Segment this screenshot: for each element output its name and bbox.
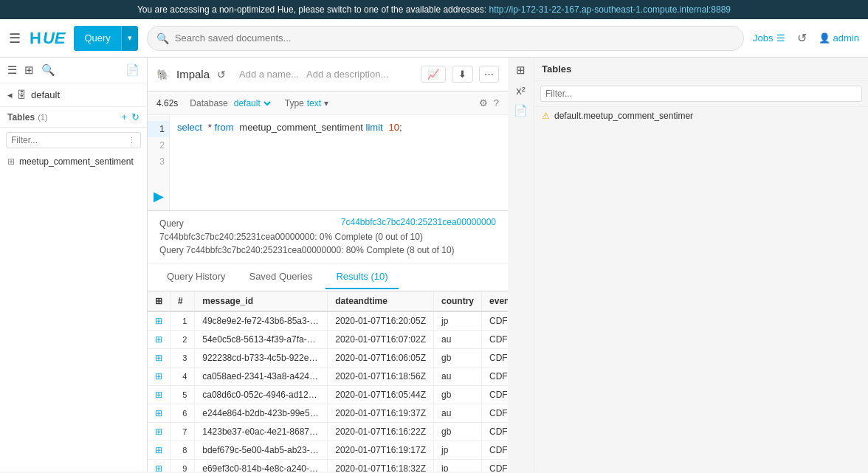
settings-icon[interactable]: ⚙ bbox=[479, 97, 488, 108]
row-message-id: ca08d6c0-052c-4946-ad12-871af87aaafb bbox=[195, 386, 328, 404]
row-grid-icon[interactable]: ⊞ bbox=[155, 390, 162, 400]
jobs-link[interactable]: Jobs ☰ bbox=[753, 32, 785, 44]
download-button[interactable]: ⬇ bbox=[452, 66, 473, 83]
row-grid-icon[interactable]: ⊞ bbox=[155, 463, 162, 472]
row-grid-icon[interactable]: ⊞ bbox=[155, 427, 162, 437]
sidebar-table-item[interactable]: ⊞ meetup_comment_sentiment bbox=[0, 153, 147, 170]
tab-query-history[interactable]: Query History bbox=[156, 265, 235, 289]
header: ☰ HUE Query ▾ 🔍 Jobs ☰ ↺ 👤 admin bbox=[0, 19, 868, 58]
row-country: jp bbox=[434, 311, 482, 331]
row-dateandtime: 2020-01-07T16:05:44Z bbox=[328, 386, 434, 404]
row-grid-icon[interactable]: ⊞ bbox=[155, 408, 162, 418]
table-row: ⊞ 3 922238cd-b733-4c5b-922e-9c376608a725… bbox=[148, 349, 508, 367]
sidebar-search-icon[interactable]: 🔍 bbox=[41, 63, 55, 77]
col-dateandtime: dateandtime bbox=[328, 291, 434, 311]
hamburger-icon[interactable]: ☰ bbox=[9, 30, 21, 46]
row-number: 6 bbox=[170, 404, 195, 423]
table-row: ⊞ 6 e244e864-b2db-423b-99e5-f23bf8422fc2… bbox=[148, 404, 508, 423]
type-dropdown-icon[interactable]: ▾ bbox=[324, 98, 328, 108]
query-meta: 4.62s Database default Type text ▾ ⚙ ? bbox=[148, 92, 508, 115]
header-right: Jobs ☰ ↺ 👤 admin bbox=[753, 31, 859, 45]
kw-from: from bbox=[214, 122, 233, 133]
query-type: Type text ▾ bbox=[285, 98, 328, 108]
row-grid-icon[interactable]: ⊞ bbox=[155, 353, 162, 363]
tables-header: Tables (1) + ↻ bbox=[0, 107, 147, 128]
table-item-name: meetup_comment_sentiment bbox=[19, 156, 134, 167]
query-caret-button[interactable]: ▾ bbox=[121, 26, 138, 51]
assist-warning-icon: ⚠ bbox=[542, 111, 550, 121]
assist-icons: ⊞ x² 📄 bbox=[508, 58, 534, 472]
filter-input[interactable] bbox=[11, 135, 128, 145]
assist-table-name: default.meetup_comment_sentimer bbox=[554, 111, 693, 121]
tab-results[interactable]: Results (10) bbox=[326, 265, 398, 289]
progress-link[interactable]: 7c44bbfc3c7bc240:25231cea00000000 bbox=[341, 217, 496, 227]
meta-icons: ⚙ ? bbox=[479, 97, 499, 108]
tab-saved-queries[interactable]: Saved Queries bbox=[238, 265, 323, 289]
col-country: country bbox=[434, 291, 482, 311]
undo-icon[interactable]: ↺ bbox=[217, 69, 226, 80]
row-dateandtime: 2020-01-07T16:18:32Z bbox=[328, 460, 434, 472]
sidebar-doc-icon[interactable]: 📄 bbox=[125, 63, 140, 77]
assist-content: Tables ⚠ default.meetup_comment_sentimer bbox=[534, 58, 868, 472]
query-main-button[interactable]: Query bbox=[74, 26, 120, 51]
query-type-value: text bbox=[307, 98, 321, 108]
sidebar-copy-icon[interactable]: ⊞ bbox=[24, 63, 34, 77]
line-num-1: 1 bbox=[148, 121, 169, 137]
row-grid-icon[interactable]: ⊞ bbox=[155, 334, 162, 345]
row-action-cell: ⊞ bbox=[148, 423, 170, 441]
help-icon[interactable]: ? bbox=[494, 97, 499, 108]
row-action-cell: ⊞ bbox=[148, 460, 170, 472]
assist-table-item[interactable]: ⚠ default.meetup_comment_sentimer bbox=[534, 107, 868, 125]
filter-options-icon[interactable]: ⋮ bbox=[128, 136, 136, 145]
line-num-3: 3 bbox=[148, 153, 169, 170]
grid-toggle-icon[interactable]: ⊞ bbox=[155, 296, 162, 306]
row-country: jp bbox=[434, 460, 482, 472]
row-action-cell: ⊞ bbox=[148, 311, 170, 331]
row-event: CDF Workshop bbox=[482, 441, 508, 460]
assist-table-icon[interactable]: ⊞ bbox=[516, 63, 526, 77]
left-sidebar: ☰ ⊞ 🔍 📄 ◂ 🗄 default Tables (1) + ↻ ⋮ ⊞ m… bbox=[0, 58, 148, 472]
results-table: ⊞ # message_id dateandtime country event… bbox=[148, 291, 508, 472]
assist-filter-input[interactable] bbox=[540, 86, 862, 102]
row-grid-icon[interactable]: ⊞ bbox=[155, 445, 162, 455]
user-link[interactable]: 👤 admin bbox=[819, 32, 859, 44]
row-grid-icon[interactable]: ⊞ bbox=[155, 371, 162, 381]
search-input[interactable] bbox=[175, 32, 734, 44]
table-item-icon: ⊞ bbox=[7, 156, 15, 167]
query-database: Database default bbox=[190, 97, 272, 109]
semicolon: ; bbox=[399, 122, 402, 133]
editor-code[interactable]: select * from meetup_comment_sentiment l… bbox=[170, 115, 508, 210]
row-message-id: 54e0c5c8-5613-4f39-a7fa-35feef6f5ced bbox=[195, 331, 328, 349]
add-name-link[interactable]: Add a name... bbox=[239, 69, 299, 80]
row-dateandtime: 2020-01-07T16:06:05Z bbox=[328, 349, 434, 367]
chart-button[interactable]: 📈 bbox=[421, 66, 446, 83]
row-action-cell: ⊞ bbox=[148, 404, 170, 423]
main-layout: ☰ ⊞ 🔍 📄 ◂ 🗄 default Tables (1) + ↻ ⋮ ⊞ m… bbox=[0, 58, 868, 472]
line-num-2: 2 bbox=[148, 137, 169, 153]
row-number: 3 bbox=[170, 349, 195, 367]
row-country: au bbox=[434, 404, 482, 423]
row-message-id: bdef679c-5e00-4ab5-ab23-3e1a10357b70 bbox=[195, 441, 328, 460]
row-action-cell: ⊞ bbox=[148, 441, 170, 460]
db-section[interactable]: ◂ 🗄 default bbox=[0, 83, 147, 107]
assist-superscript-icon[interactable]: x² bbox=[516, 84, 526, 97]
assist-header: Tables bbox=[534, 58, 868, 81]
refresh-table-icon[interactable]: ↻ bbox=[131, 111, 140, 122]
row-event: CDF Workshop bbox=[482, 460, 508, 472]
more-options-button[interactable]: ⋯ bbox=[479, 66, 499, 83]
row-grid-icon[interactable]: ⊞ bbox=[155, 316, 162, 326]
refresh-icon[interactable]: ↺ bbox=[797, 31, 807, 45]
run-button[interactable]: ▶ bbox=[154, 188, 164, 204]
query-button-group: Query ▾ bbox=[74, 26, 137, 51]
row-event: CDF Workshop bbox=[482, 423, 508, 441]
sidebar-menu-icon[interactable]: ☰ bbox=[7, 63, 17, 77]
editor-area: 1 2 3 select * from meetup_comment_senti… bbox=[148, 115, 508, 211]
assist-doc-icon[interactable]: 📄 bbox=[514, 104, 528, 117]
add-desc-link[interactable]: Add a description... bbox=[306, 69, 388, 80]
kw-limit: limit bbox=[366, 122, 383, 133]
banner-link[interactable]: http://ip-172-31-22-167.ap-southeast-1.c… bbox=[489, 4, 731, 15]
add-table-icon[interactable]: + bbox=[121, 111, 127, 122]
database-select[interactable]: default bbox=[231, 97, 273, 109]
row-number: 4 bbox=[170, 367, 195, 386]
query-timing: 4.62s bbox=[156, 98, 178, 108]
